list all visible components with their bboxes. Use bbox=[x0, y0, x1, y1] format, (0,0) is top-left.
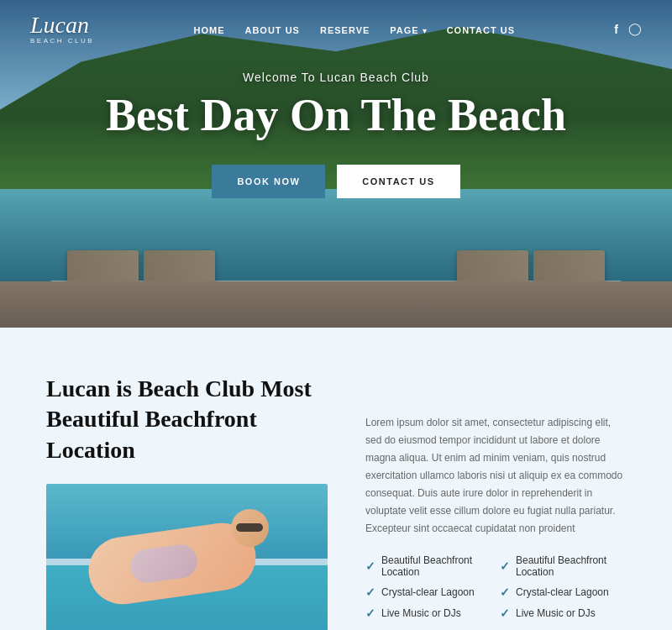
feature-item-1: ✓ Beautiful Beachfront Location bbox=[365, 554, 491, 578]
feature-label-2: Beautiful Beachfront Location bbox=[516, 554, 626, 578]
feature-item-6: ✓ Live Music or DJs bbox=[500, 606, 626, 620]
nav-link-home[interactable]: HOME bbox=[193, 25, 224, 35]
nav-links: HOME ABOUT US RESERVE PAGE ▾ CONTACT US bbox=[193, 22, 514, 37]
nav-link-contact[interactable]: CONTACT US bbox=[447, 25, 515, 35]
nav-link-page[interactable]: PAGE bbox=[390, 25, 418, 35]
nav-social: f ◯ bbox=[614, 22, 642, 36]
feature-label-3: Crystal-clear Lagoon bbox=[381, 586, 475, 598]
nav-link-about[interactable]: ABOUT US bbox=[244, 25, 299, 35]
nav-item-about[interactable]: ABOUT US bbox=[244, 22, 299, 37]
hero-title: Best Day On The Beach bbox=[106, 91, 566, 140]
nav-item-page[interactable]: PAGE ▾ bbox=[390, 22, 426, 37]
feature-item-2: ✓ Beautiful Beachfront Location bbox=[500, 554, 626, 578]
contact-us-button[interactable]: CONTACT US bbox=[337, 165, 459, 198]
check-icon-1: ✓ bbox=[365, 559, 375, 573]
logo-sub: Beach Club bbox=[30, 37, 94, 45]
facebook-icon[interactable]: f bbox=[614, 23, 618, 36]
check-icon-4: ✓ bbox=[500, 585, 510, 599]
check-icon-5: ✓ bbox=[365, 606, 375, 620]
about-section: Lucan is Beach Club Most Beautiful Beach… bbox=[0, 328, 672, 630]
about-text: Lorem ipsum dolor sit amet, consectetur … bbox=[365, 414, 626, 538]
hero-subtitle: Welcome To Lucan Beach Club bbox=[243, 71, 429, 84]
features-grid: ✓ Beautiful Beachfront Location ✓ Beauti… bbox=[365, 554, 626, 620]
about-left: Lucan is Beach Club Most Beautiful Beach… bbox=[46, 374, 328, 630]
feature-item-5: ✓ Live Music or DJs bbox=[365, 606, 491, 620]
book-now-button[interactable]: BOOK NOW bbox=[212, 165, 325, 198]
about-title: Lucan is Beach Club Most Beautiful Beach… bbox=[46, 374, 328, 465]
about-person-sunglasses bbox=[236, 523, 263, 532]
instagram-icon[interactable]: ◯ bbox=[628, 22, 642, 36]
hero-buttons: BOOK NOW CONTACT US bbox=[212, 165, 459, 198]
feature-label-4: Crystal-clear Lagoon bbox=[516, 586, 609, 598]
logo-name: Lucan bbox=[30, 13, 94, 37]
hero-section: Lucan Beach Club HOME ABOUT US RESERVE P… bbox=[0, 0, 672, 328]
navbar: Lucan Beach Club HOME ABOUT US RESERVE P… bbox=[0, 0, 672, 58]
nav-link-reserve[interactable]: RESERVE bbox=[320, 25, 370, 35]
check-icon-6: ✓ bbox=[500, 606, 510, 620]
feature-label-1: Beautiful Beachfront Location bbox=[381, 554, 491, 578]
feature-label-6: Live Music or DJs bbox=[516, 607, 596, 619]
check-icon-3: ✓ bbox=[365, 585, 375, 599]
dropdown-arrow-icon: ▾ bbox=[423, 26, 427, 35]
nav-item-contact[interactable]: CONTACT US bbox=[447, 22, 515, 37]
nav-item-home[interactable]: HOME bbox=[193, 22, 224, 37]
feature-item-3: ✓ Crystal-clear Lagoon bbox=[365, 585, 491, 599]
feature-label-5: Live Music or DJs bbox=[381, 607, 461, 619]
check-icon-2: ✓ bbox=[500, 559, 510, 573]
nav-item-reserve[interactable]: RESERVE bbox=[320, 22, 370, 37]
about-image bbox=[46, 484, 328, 630]
feature-item-4: ✓ Crystal-clear Lagoon bbox=[500, 585, 626, 599]
about-right: Lorem ipsum dolor sit amet, consectetur … bbox=[365, 374, 626, 630]
logo[interactable]: Lucan Beach Club bbox=[30, 13, 94, 45]
